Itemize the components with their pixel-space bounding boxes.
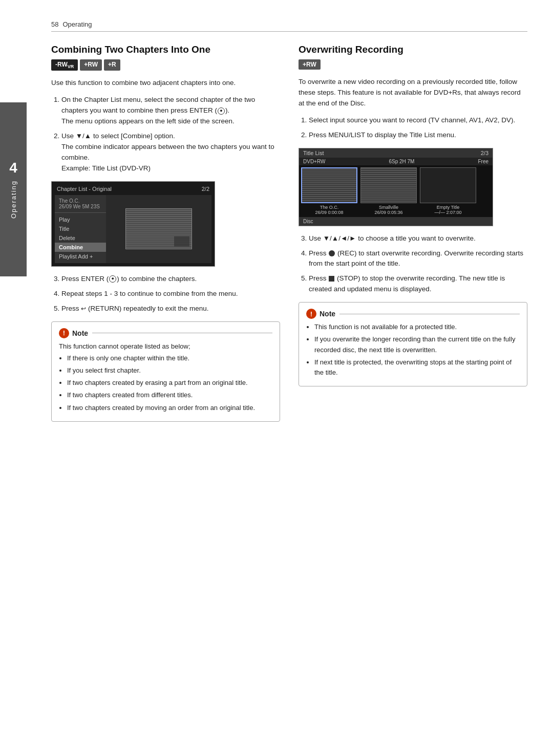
- right-note-title: Note: [320, 310, 335, 318]
- title-label-2: Smallville26/09 0:05:36: [374, 205, 402, 215]
- badge-rw-left: +RW: [80, 59, 102, 71]
- title-thumb-3: [420, 167, 476, 203]
- menu-title[interactable]: Title: [55, 224, 106, 233]
- left-note-title: Note: [72, 329, 88, 337]
- left-step-3: Press ENTER (●) to combine the chapters.: [61, 274, 280, 285]
- left-column: Combining Two Chapters Into One -RWVR +R…: [51, 44, 280, 429]
- right-note-item-3: If next title is protected, the overwrit…: [314, 357, 520, 378]
- left-step-5: Press ↩ (RETURN) repeatedly to exit the …: [61, 304, 280, 314]
- main-content: 58 Operating Combining Two Chapters Into…: [31, 0, 553, 449]
- menu-delete[interactable]: Delete: [55, 233, 106, 243]
- chapter-list-title-bar: Chapter List - Original 2/2: [55, 185, 211, 193]
- left-note-item-1: If there is only one chapter within the …: [67, 353, 272, 363]
- title-list-label: Title List: [303, 150, 324, 156]
- title-list-footer: Disc: [299, 217, 493, 226]
- left-note-box: ! Note This function cannot operate list…: [51, 321, 280, 422]
- title-thumb-1: [301, 167, 357, 203]
- chapter-list-page: 2/2: [202, 186, 209, 192]
- right-intro-text: To overwrite a new video recording on a …: [299, 77, 527, 109]
- chapter-list-image-area: [106, 195, 211, 263]
- enter-icon: ●: [218, 107, 225, 115]
- return-symbol: ↩: [81, 305, 86, 312]
- thumb-lines-1: [302, 168, 356, 202]
- left-note-intro: This function cannot operate listed as b…: [59, 341, 272, 352]
- left-step-1: On the Chapter List menu, select the sec…: [61, 95, 280, 127]
- right-note-item-2: If you overwrite the longer recording th…: [314, 334, 520, 355]
- right-section-title: Overwriting Recording: [299, 44, 527, 55]
- side-tab-label: Operating: [10, 180, 17, 219]
- title-list-free: Free: [478, 159, 488, 164]
- menu-playlist-add[interactable]: Playlist Add +: [55, 252, 106, 261]
- left-note-item-2: If you select first chapter.: [67, 365, 272, 376]
- chapter-list-title: Chapter List - Original: [57, 186, 112, 192]
- chapter-top-info: The O.C.26/09 We 5M 23S: [55, 197, 106, 213]
- side-tab: 4 Operating: [0, 102, 27, 276]
- title-list-item-2[interactable]: Smallville26/09 0:05:36: [360, 167, 417, 215]
- right-note-list: This function is not available for a pro…: [314, 322, 520, 378]
- left-note-divider: [92, 333, 272, 333]
- page-container: 4 Operating 58 Operating Combining Two C…: [0, 0, 553, 756]
- header-section: Operating: [62, 20, 92, 28]
- chapter-list-screenshot: Chapter List - Original 2/2 The O.C.26/0…: [51, 181, 215, 267]
- page-number: 58: [51, 20, 58, 28]
- right-steps-3-5: Use ▼/▲/◄/► to choose a title you want t…: [307, 233, 527, 295]
- header-bar: 58 Operating: [51, 20, 527, 32]
- right-step-2: Press MENU/LIST to display the Title Lis…: [309, 130, 527, 141]
- thumbnail-overlay: [174, 236, 189, 247]
- right-note-header: ! Note: [306, 309, 520, 319]
- thumb-lines-2: [361, 168, 416, 203]
- left-note-item-3: If two chapters created by erasing a par…: [67, 378, 272, 388]
- badge-rwvr: -RWVR: [51, 59, 78, 71]
- right-step-1: Select input source you want to record (…: [309, 115, 527, 126]
- right-column: Overwriting Recording +RW To overwrite a…: [299, 44, 527, 429]
- left-note-icon: !: [59, 328, 69, 338]
- left-intro-text: Use this function to combine two adjacen…: [51, 78, 280, 89]
- right-badge-row: +RW: [299, 59, 527, 70]
- right-step-5: Press (STOP) to stop the overwrite recor…: [309, 273, 527, 295]
- left-step-4: Repeat steps 1 - 3 to continue to combin…: [61, 289, 280, 299]
- title-list-header: Title List 2/3: [299, 148, 493, 158]
- title-list-item-3[interactable]: Empty Title—/— 2:07:00: [420, 167, 476, 215]
- left-steps-3-5: Press ENTER (●) to combine the chapters.…: [59, 274, 280, 314]
- title-list-items: The O.C.26/09 0:00:08 Smallville26/09 0:…: [299, 165, 493, 217]
- title-thumb-2: [360, 167, 417, 203]
- title-list-page: 2/3: [481, 150, 488, 156]
- title-label-1: The O.C.26/09 0:00:08: [315, 205, 343, 215]
- left-steps-list: On the Chapter List menu, select the sec…: [59, 95, 280, 174]
- right-note-box: ! Note This function is not available fo…: [299, 302, 527, 386]
- chapter-list-content: The O.C.26/09 We 5M 23S Play Title Delet…: [55, 195, 211, 263]
- side-tab-number: 4: [9, 160, 17, 176]
- title-list-disc: Disc: [303, 219, 313, 224]
- left-section-title: Combining Two Chapters Into One: [51, 44, 280, 55]
- left-note-header: ! Note: [59, 328, 272, 338]
- stop-button-icon: [329, 276, 334, 282]
- two-column-layout: Combining Two Chapters Into One -RWVR +R…: [51, 44, 527, 429]
- right-step-3: Use ▼/▲/◄/► to choose a title you want t…: [309, 233, 527, 244]
- title-list-time: 6Sp 2H 7M: [389, 159, 414, 164]
- enter-icon-2: ●: [109, 275, 116, 283]
- right-note-item-1: This function is not available for a pro…: [314, 322, 520, 332]
- badge-rw-right: +RW: [299, 59, 321, 70]
- rec-button-icon: [329, 250, 335, 256]
- left-note-item-5: If two chapters created by moving an ord…: [67, 403, 272, 413]
- right-note-divider: [339, 314, 520, 314]
- right-steps-1-2: Select input source you want to record (…: [307, 115, 527, 141]
- title-list-sub-header: DVD+RW 6Sp 2H 7M Free: [299, 158, 493, 165]
- right-step-4: Press (REC) to start overwrite recording…: [309, 248, 527, 270]
- left-note-list: If there is only one chapter within the …: [67, 353, 272, 413]
- chapter-list-menu: The O.C.26/09 We 5M 23S Play Title Delet…: [55, 195, 106, 263]
- left-badge-row: -RWVR +RW +R: [51, 59, 280, 71]
- title-list-item-1[interactable]: The O.C.26/09 0:00:08: [301, 167, 357, 215]
- title-label-3: Empty Title—/— 2:07:00: [434, 205, 461, 215]
- badge-r: +R: [104, 59, 120, 71]
- left-step-2: Use ▼/▲ to select [Combine] option.The c…: [61, 131, 280, 174]
- chapter-thumbnail: [125, 208, 192, 249]
- right-note-icon: !: [306, 309, 316, 319]
- menu-combine[interactable]: Combine: [55, 243, 106, 252]
- title-list-screenshot: Title List 2/3 DVD+RW 6Sp 2H 7M Free: [299, 148, 493, 226]
- title-list-format: DVD+RW: [303, 159, 325, 164]
- menu-play[interactable]: Play: [55, 215, 106, 224]
- left-note-item-4: If two chapters created from different t…: [67, 390, 272, 400]
